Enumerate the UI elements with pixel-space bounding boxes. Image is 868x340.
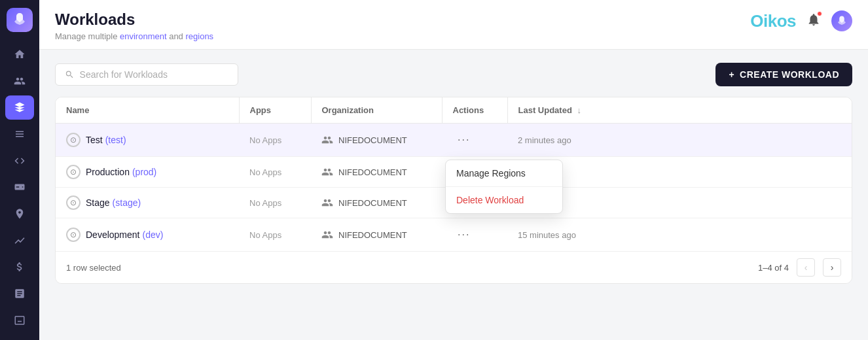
- cell-extra: [638, 157, 852, 188]
- create-workload-button[interactable]: + CREATE WORKLOAD: [715, 63, 852, 86]
- cell-time: 2 minutes ago: [507, 124, 638, 157]
- sidebar-item-services[interactable]: [5, 122, 34, 146]
- sidebar-item-users[interactable]: [5, 69, 34, 93]
- cell-name: ⊙ Development (dev): [56, 218, 239, 252]
- cell-name: ⊙ Production (prod): [56, 157, 239, 188]
- cell-org: NIFEDOCUMENT: [311, 157, 442, 188]
- apps-count: No Apps: [249, 167, 281, 177]
- sidebar-item-storage[interactable]: [5, 175, 34, 199]
- cell-apps: No Apps: [239, 124, 311, 157]
- cell-actions: ···: [442, 124, 507, 157]
- brand-name: Oikos: [750, 11, 796, 31]
- cell-org: NIFEDOCUMENT: [311, 188, 442, 218]
- org-icon: [321, 229, 333, 241]
- org-name: NIFEDOCUMENT: [338, 135, 407, 145]
- actions-dropdown: Manage Regions Delete Workload: [445, 160, 563, 214]
- search-container: [55, 63, 238, 86]
- workload-name-tag: (dev): [143, 230, 164, 240]
- toolbar: + CREATE WORKLOAD: [55, 63, 852, 86]
- org-cell: NIFEDOCUMENT: [321, 197, 431, 209]
- org-icon: [321, 134, 333, 146]
- col-actions: Actions: [442, 97, 507, 124]
- sidebar-item-locations[interactable]: [5, 202, 34, 226]
- cell-org: NIFEDOCUMENT: [311, 218, 442, 252]
- cell-org: NIFEDOCUMENT: [311, 124, 442, 157]
- page-header: Workloads Manage multiple environment an…: [39, 0, 868, 50]
- search-input[interactable]: [80, 69, 228, 80]
- cell-actions: ···: [442, 218, 507, 252]
- workload-name-tag: (stage): [113, 197, 141, 208]
- apps-count: No Apps: [249, 198, 281, 208]
- workload-name-cell: ⊙ Test (test): [66, 133, 228, 147]
- pagination-range: 1–4 of 4: [758, 263, 789, 273]
- table-footer: 1 row selected 1–4 of 4 ‹ ›: [56, 251, 852, 283]
- notification-badge: [817, 11, 822, 16]
- regions-link[interactable]: regions: [185, 31, 213, 41]
- sidebar-item-billing[interactable]: [5, 255, 34, 279]
- search-icon: [65, 69, 75, 80]
- col-last-updated[interactable]: Last Updated ↓: [507, 97, 638, 124]
- org-cell: NIFEDOCUMENT: [321, 166, 431, 178]
- header-right: Oikos: [750, 10, 852, 31]
- workload-name-text: Development: [86, 230, 140, 240]
- sidebar-item-analytics[interactable]: [5, 228, 34, 252]
- workload-icon: ⊙: [66, 133, 81, 147]
- workload-icon: ⊙: [66, 165, 81, 179]
- sidebar-logo[interactable]: [7, 8, 33, 32]
- org-name: NIFEDOCUMENT: [338, 167, 407, 177]
- workload-name-cell: ⊙ Production (prod): [66, 165, 228, 179]
- sidebar-item-workloads[interactable]: [5, 95, 34, 120]
- prev-page-button[interactable]: ‹: [797, 258, 815, 277]
- col-apps: Apps: [239, 97, 311, 124]
- pagination: 1–4 of 4 ‹ ›: [758, 258, 841, 277]
- cell-name: ⊙ Test (test): [56, 124, 239, 157]
- avatar[interactable]: [831, 10, 852, 31]
- page-content: + CREATE WORKLOAD Name Apps Organization…: [39, 50, 868, 340]
- workload-name-cell: ⊙ Development (dev): [66, 228, 228, 242]
- org-name: NIFEDOCUMENT: [338, 198, 407, 208]
- org-icon: [321, 197, 333, 209]
- workload-name-cell: ⊙ Stage (stage): [66, 196, 228, 210]
- delete-workload-item[interactable]: Delete Workload: [446, 187, 562, 213]
- sidebar-item-home[interactable]: [5, 42, 34, 67]
- apps-count: No Apps: [249, 135, 281, 145]
- sidebar: [0, 0, 39, 340]
- actions-menu-button[interactable]: ···: [452, 131, 475, 148]
- workload-icon: ⊙: [66, 196, 81, 210]
- next-page-button[interactable]: ›: [823, 258, 841, 277]
- org-cell: NIFEDOCUMENT: [321, 229, 431, 241]
- sort-icon: ↓: [577, 105, 581, 115]
- cell-name: ⊙ Stage (stage): [56, 188, 239, 218]
- org-name: NIFEDOCUMENT: [338, 230, 407, 240]
- env-link[interactable]: environment: [120, 31, 167, 41]
- col-spacer: [638, 97, 852, 124]
- cell-apps: No Apps: [239, 157, 311, 188]
- sidebar-item-console[interactable]: [5, 308, 34, 332]
- sidebar-item-reports[interactable]: [5, 282, 34, 306]
- page-subtitle: Manage multiple environment and regions: [55, 31, 213, 41]
- notifications-icon[interactable]: [806, 12, 821, 30]
- table-row[interactable]: ⊙ Test (test) No Apps NIFEDOCUMENT: [56, 124, 852, 157]
- cell-time: 15 minutes ago: [507, 218, 638, 252]
- cell-apps: No Apps: [239, 188, 311, 218]
- col-name: Name: [56, 97, 239, 124]
- apps-count: No Apps: [249, 230, 281, 240]
- cell-extra: [638, 124, 852, 157]
- cell-apps: No Apps: [239, 218, 311, 252]
- org-icon: [321, 166, 333, 178]
- create-button-label: CREATE WORKLOAD: [740, 69, 839, 80]
- cell-extra: [638, 218, 852, 252]
- table-row[interactable]: ⊙ Development (dev) No Apps NIFEDOCUMENT: [56, 218, 852, 252]
- col-organization: Organization: [311, 97, 442, 124]
- workload-name-text: Stage: [86, 197, 110, 208]
- sidebar-item-code[interactable]: [5, 148, 34, 173]
- manage-regions-item[interactable]: Manage Regions: [446, 160, 562, 186]
- actions-menu-button[interactable]: ···: [452, 226, 475, 243]
- workload-name-tag: (prod): [132, 167, 156, 177]
- workload-icon: ⊙: [66, 228, 81, 242]
- time-value: 2 minutes ago: [518, 135, 571, 145]
- create-plus-icon: +: [729, 69, 734, 80]
- time-value: 15 minutes ago: [518, 230, 576, 240]
- workload-name-text: Production: [86, 167, 130, 177]
- main-content: Workloads Manage multiple environment an…: [39, 0, 868, 340]
